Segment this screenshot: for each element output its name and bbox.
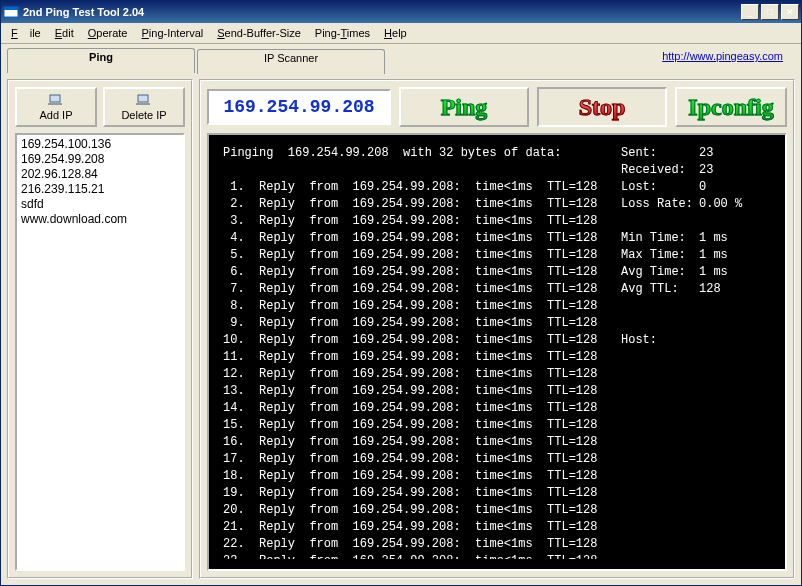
list-item[interactable]: 216.239.115.21 [21,182,179,197]
ping-output: Pinging 169.254.99.208 with 32 bytes of … [223,145,611,559]
menu-ping-interval[interactable]: Ping-Interval [135,25,209,41]
ipconfig-button-label: Ipconfig [688,94,773,121]
menu-ping-times[interactable]: Ping-Times [309,25,376,41]
tab-ip-scanner[interactable]: IP Scanner [197,49,385,74]
ping-stats: Sent:23Received:23Lost:0Loss Rate:0.00 %… [611,145,771,559]
delete-ip-button[interactable]: Delete IP [103,87,185,127]
list-item[interactable]: sdfd [21,197,179,212]
ping-button[interactable]: Ping [399,87,529,127]
titlebar[interactable]: 2nd Ping Test Tool 2.04 _ □ ✕ [1,1,801,23]
right-panel: 169.254.99.208 Ping Stop Ipconfig Pingin… [199,79,795,579]
app-icon [3,4,19,20]
computer-icon [48,94,64,108]
menu-file[interactable]: File [5,25,47,41]
ping-button-label: Ping [441,94,488,121]
list-item[interactable]: 169.254.99.208 [21,152,179,167]
ping-console: Pinging 169.254.99.208 with 32 bytes of … [207,133,787,571]
svg-rect-5 [136,103,150,105]
minimize-button[interactable]: _ [741,4,759,20]
close-button[interactable]: ✕ [781,4,799,20]
maximize-button[interactable]: □ [761,4,779,20]
delete-ip-label: Delete IP [121,109,166,121]
menu-send-buffer-size[interactable]: Send-Buffer-Size [211,25,307,41]
add-ip-button[interactable]: Add IP [15,87,97,127]
computer-icon [136,94,152,108]
svg-rect-2 [50,95,60,102]
app-window: 2nd Ping Test Tool 2.04 _ □ ✕ File Edit … [0,0,802,586]
tab-ping[interactable]: Ping [7,48,195,73]
menu-operate[interactable]: Operate [82,25,134,41]
website-link[interactable]: http://www.pingeasy.com [662,50,783,62]
menubar: File Edit Operate Ping-Interval Send-Buf… [1,23,801,44]
ipconfig-button[interactable]: Ipconfig [675,87,787,127]
tab-row: Ping IP Scanner http://www.pingeasy.com [1,44,801,73]
svg-rect-4 [138,95,148,102]
stop-button-label: Stop [579,94,626,121]
window-title: 2nd Ping Test Tool 2.04 [23,6,741,18]
list-item[interactable]: www.download.com [21,212,179,227]
left-panel: Add IP Delete IP 169.254.100.136169.254.… [7,79,193,579]
list-item[interactable]: 169.254.100.136 [21,137,179,152]
ip-listbox[interactable]: 169.254.100.136169.254.99.208202.96.128.… [15,133,185,571]
add-ip-label: Add IP [39,109,72,121]
stop-button[interactable]: Stop [537,87,667,127]
menu-help[interactable]: Help [378,25,413,41]
menu-edit[interactable]: Edit [49,25,80,41]
list-item[interactable]: 202.96.128.84 [21,167,179,182]
ip-input[interactable]: 169.254.99.208 [207,89,391,125]
svg-rect-3 [48,103,62,105]
svg-rect-1 [4,7,18,10]
